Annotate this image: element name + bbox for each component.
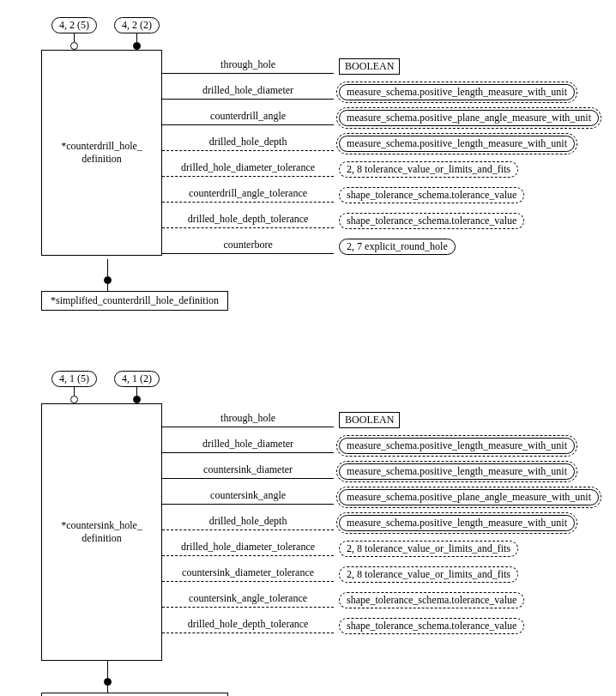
entity-name: *countersink_hole_ definition <box>61 519 142 545</box>
attribute-row: through_holeBOOLEAN <box>162 407 599 433</box>
subtype-box: *simplified_counterdrill_hole_definition <box>41 291 228 311</box>
attribute-row: drilled_hole_diameter_tolerance2, 8 tole… <box>162 536 599 561</box>
attribute-label: drilled_hole_diameter_tolerance <box>162 161 334 176</box>
supertype-ref: 4, 2 (5) <box>51 17 97 50</box>
type-pill: 2, 8 tolerance_value_or_limits_and_fits <box>339 566 518 583</box>
attribute-row: counterdrill_anglemeasure_schema.positiv… <box>162 105 599 130</box>
attribute-label: drilled_hole_depth <box>162 515 334 530</box>
subtype-area: *simplified_countersink_hole_definition <box>41 661 599 696</box>
subtype-area: *simplified_counterdrill_hole_definition <box>41 259 599 311</box>
attribute-list: through_holeBOOLEAN drilled_hole_diamete… <box>162 50 599 259</box>
inheritance-circle-filled <box>104 678 112 686</box>
attribute-row: drilled_hole_depth_toleranceshape_tolera… <box>162 613 599 639</box>
attribute-label: drilled_hole_depth_tolerance <box>162 213 334 227</box>
inheritance-circle-filled <box>133 42 141 50</box>
attribute-row: counterbore2, 7 explicit_round_hole <box>162 233 599 259</box>
type-pill: measure_schema.positive_plane_angle_meas… <box>339 110 599 126</box>
type-pill: measure_schema.positive_length_measure_w… <box>339 515 575 531</box>
type-box: BOOLEAN <box>339 58 400 75</box>
attribute-label: counterbore <box>162 239 334 253</box>
inheritance-circle-filled <box>133 396 141 403</box>
inheritance-circle-open <box>70 396 78 403</box>
attribute-row: countersink_angle_toleranceshape_toleran… <box>162 587 599 613</box>
attribute-row: drilled_hole_depthmeasure_schema.positiv… <box>162 130 599 156</box>
attribute-row: drilled_hole_depthmeasure_schema.positiv… <box>162 510 599 536</box>
attribute-label: counterdrill_angle <box>162 110 334 124</box>
supertype-ref: 4, 2 (2) <box>114 17 160 50</box>
inheritance-circle-filled <box>104 276 112 284</box>
type-pill: measure_schema.positive_length_measure_w… <box>339 136 575 152</box>
attribute-label: countersink_diameter_tolerance <box>162 566 334 581</box>
attribute-label: through_hole <box>162 412 334 427</box>
type-pill: measure_schema.positive_length_measure_w… <box>339 84 575 100</box>
type-pill: measure_schema.positive_length_measure_w… <box>339 438 575 454</box>
entity-name: *counterdrill_hole_ definition <box>61 140 142 166</box>
entity-box: *countersink_hole_ definition <box>41 403 162 661</box>
attribute-label: through_hole <box>162 58 334 73</box>
type-pill: shape_tolerance_schema.tolerance_value <box>339 592 524 608</box>
supertype-ref: 4, 1 (2) <box>114 371 160 403</box>
entity-counterdrill: 4, 2 (5) 4, 2 (2) *counterdrill_hole_ de… <box>17 17 599 311</box>
type-pill: measure_schema.positive_length_measure_w… <box>339 463 575 480</box>
supertypes: 4, 1 (5) 4, 1 (2) <box>51 371 160 403</box>
attribute-row: countersink_anglemeasure_schema.positive… <box>162 484 599 510</box>
attribute-label: counterdrill_angle_tolerance <box>162 187 334 202</box>
attribute-label: drilled_hole_diameter <box>162 84 334 99</box>
type-pill: measure_schema.positive_plane_angle_meas… <box>339 489 599 505</box>
type-pill: shape_tolerance_schema.tolerance_value <box>339 187 524 203</box>
supertype-ref: 4, 1 (5) <box>51 371 97 403</box>
attribute-row: drilled_hole_diameter_tolerance2, 8 tole… <box>162 156 599 182</box>
attribute-label: drilled_hole_diameter_tolerance <box>162 541 334 555</box>
attribute-row: drilled_hole_depth_toleranceshape_tolera… <box>162 208 599 233</box>
attribute-label: drilled_hole_depth <box>162 136 334 150</box>
subtype-box: *simplified_countersink_hole_definition <box>41 693 228 696</box>
attribute-row: drilled_hole_diametermeasure_schema.posi… <box>162 79 599 105</box>
attribute-row: countersink_diameter_tolerance2, 8 toler… <box>162 561 599 587</box>
attribute-list: through_holeBOOLEAN drilled_hole_diamete… <box>162 403 599 639</box>
type-pill: 2, 7 explicit_round_hole <box>339 239 456 255</box>
attribute-label: drilled_hole_depth_tolerance <box>162 618 334 632</box>
supertypes: 4, 2 (5) 4, 2 (2) <box>51 17 160 50</box>
attribute-label: countersink_angle <box>162 489 334 504</box>
inheritance-circle-open <box>70 42 78 50</box>
attribute-row: countersink_diametermeasure_schema.posit… <box>162 458 599 484</box>
supertype-pill: 4, 1 (5) <box>51 371 97 387</box>
attribute-row: through_holeBOOLEAN <box>162 53 599 79</box>
type-pill: 2, 8 tolerance_value_or_limits_and_fits <box>339 541 518 557</box>
entity-box: *counterdrill_hole_ definition <box>41 50 162 256</box>
type-pill: 2, 8 tolerance_value_or_limits_and_fits <box>339 161 518 178</box>
attribute-label: drilled_hole_diameter <box>162 438 334 452</box>
entity-countersink: 4, 1 (5) 4, 1 (2) *countersink_hole_ def… <box>17 371 599 696</box>
supertype-pill: 4, 2 (5) <box>51 17 97 33</box>
attribute-label: countersink_angle_tolerance <box>162 592 334 607</box>
attribute-row: drilled_hole_diametermeasure_schema.posi… <box>162 433 599 458</box>
type-pill: shape_tolerance_schema.tolerance_value <box>339 618 524 634</box>
supertype-pill: 4, 2 (2) <box>114 17 160 33</box>
supertype-pill: 4, 1 (2) <box>114 371 160 387</box>
attribute-label: countersink_diameter <box>162 463 334 478</box>
type-box: BOOLEAN <box>339 412 400 428</box>
type-pill: shape_tolerance_schema.tolerance_value <box>339 213 524 229</box>
attribute-row: counterdrill_angle_toleranceshape_tolera… <box>162 182 599 208</box>
